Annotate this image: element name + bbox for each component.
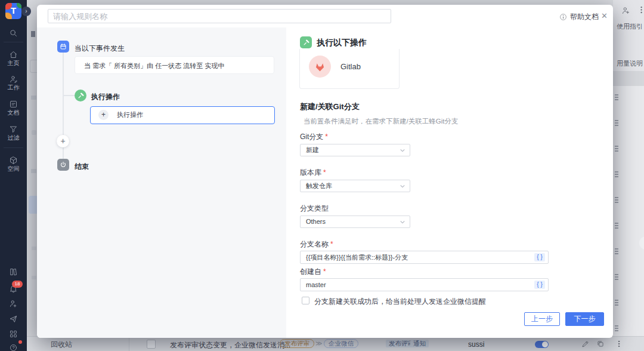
usage-guide-link[interactable]: 使用指引 [617,22,643,31]
git-branch-select[interactable]: 新建 [300,144,410,156]
bg-fragment [31,96,36,100]
bg-table-row [613,189,644,215]
required-mark: * [323,168,326,177]
trigger-condition-card[interactable]: 当 需求「 所有类别」由 任一状态 流转至 实现中 [75,56,274,74]
gitlab-tanuki-icon [314,60,326,73]
home-icon[interactable] [9,50,18,59]
chevron-down-icon [400,147,405,153]
required-mark: * [323,267,326,276]
chevron-down-icon [400,219,405,225]
help-icon[interactable] [9,343,18,351]
help-doc-link[interactable]: 帮助文档 [559,12,599,22]
repo-label: 版本库* [300,168,326,178]
divider [4,147,23,148]
bg-table-row [613,214,644,241]
edit-icon[interactable] [581,340,590,348]
rule-enabled-toggle[interactable] [535,341,549,348]
add-action-label: 执行操作 [117,107,143,123]
rule-row-checkbox[interactable] [147,340,156,349]
required-mark: * [330,240,333,248]
space-icon[interactable] [9,156,18,165]
gitlab-logo-circle [309,56,331,78]
rule-name-input[interactable] [48,9,391,23]
divider [4,42,23,42]
bg-fragment [31,31,35,37]
sidebar-item-home[interactable]: 主页 [0,59,27,67]
git-branch-label: Git分支* [300,132,328,142]
info-icon [559,13,567,21]
bg-table-row [613,163,644,189]
add-action-card[interactable]: + 执行操作 [90,106,275,124]
bg-selected-item-fragment [29,196,37,214]
bg-fragment [31,169,36,173]
branch-type-label: 分支类型 [300,204,329,214]
bg-usage-panel: 使用指引 用量说明 [613,0,644,351]
app-sidebar: T 主页 工作 文档 过滤 空间 1 [0,0,27,351]
logo-letter: T [5,5,21,16]
branch-name-input[interactable] [300,251,549,264]
section-description: 当前置条件满足时，在需求下新建/关联工蜂Git分支 [304,117,458,126]
notify-checkbox[interactable] [302,297,309,304]
more-options-icon[interactable] [637,5,644,14]
usage-column-header: 用量说明 [617,59,643,68]
insert-step-button[interactable]: + [57,135,69,147]
sidebar-item-docs[interactable]: 文档 [0,109,27,117]
variable-picker-button[interactable]: { } [534,253,545,261]
branch-name-label: 分支名称* [300,239,333,250]
action-group-title: 执行操作 [91,92,120,102]
apps-grid-icon[interactable] [9,330,18,338]
required-mark: * [325,133,328,141]
create-from-label: 创建自* [300,267,326,277]
sidebar-item-space[interactable]: 空间 [0,165,27,173]
gitlab-app-name: Gitlab [340,62,361,71]
end-label: 结束 [75,162,89,172]
sidebar-item-filter[interactable]: 过滤 [0,134,27,142]
bg-table-row [613,137,644,164]
gitlab-app-card[interactable]: Gitlab [299,49,400,89]
app-window: 使用指引 用量说明 回收站 发布评审状态变更，企业微信发送消... 发布评审 ≫… [0,0,644,351]
chevron-down-icon [400,183,405,189]
bg-fragment [32,130,36,135]
library-icon[interactable] [9,267,18,276]
search-icon[interactable] [9,29,18,38]
bg-fragment [32,276,36,279]
workflow-connector [64,95,75,96]
panel-action-icon [300,36,312,48]
next-step-button[interactable]: 下一步 [565,312,604,326]
document-icon[interactable] [9,100,18,109]
send-icon[interactable] [9,315,18,324]
bg-table-row [613,266,644,292]
notification-badge: 18 [12,281,23,288]
end-power-icon [57,159,69,171]
repo-select[interactable]: 触发仓库 [300,180,410,192]
divider [129,337,129,351]
sidebar-item-work[interactable]: 工作 [0,84,27,92]
teambition-logo[interactable]: T [5,3,21,19]
invite-member-icon[interactable] [621,6,630,15]
rule-name[interactable]: 发布评审状态变更，企业微信发送消... [170,340,290,350]
arrow-glyph: ≫ [315,340,323,347]
variable-picker-button[interactable]: { } [534,281,545,289]
trigger-tag: 发布评审 [280,339,314,348]
plus-icon: + [98,110,109,120]
notify-checkbox-label: 分支新建关联成功后，给当前处理人发送企业微信提醒 [314,297,486,307]
bg-table-row [613,291,644,318]
rule-owner: sussi [468,340,484,349]
close-icon[interactable]: ✕ [601,11,608,20]
recycle-bin-link[interactable]: 回收站 [51,340,72,350]
invite-icon[interactable] [9,299,18,308]
sidebar-collapse-button[interactable]: › [21,7,31,16]
git-branch-value: 新建 [306,146,319,153]
section-title: 新建/关联Git分支 [300,101,360,112]
work-icon[interactable] [9,75,18,84]
prev-step-button[interactable]: 上一步 [524,312,560,326]
bg-table-header [613,71,644,86]
copy-icon[interactable] [596,340,605,348]
automation-rule-modal: 帮助文档 ✕ 当以下事件发生 当 需求「 所有类别」由 任一状态 流转至 实现中… [37,5,613,338]
trigger-title: 当以下事件发生 [75,44,125,54]
bg-table-row [613,86,644,112]
branch-type-select[interactable]: Others [300,215,410,228]
filter-icon[interactable] [9,125,18,134]
create-from-input[interactable] [300,278,549,291]
more-actions-icon[interactable] [615,340,623,348]
